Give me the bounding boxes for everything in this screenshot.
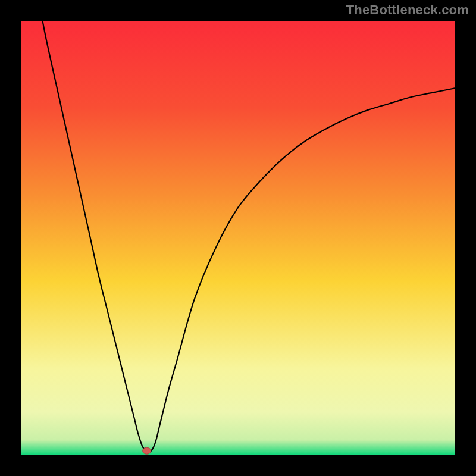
watermark-text: TheBottleneck.com (346, 2, 469, 18)
optimal-point-marker (143, 447, 151, 454)
plot-area (21, 21, 455, 455)
chart-frame: TheBottleneck.com (0, 0, 476, 476)
bottleneck-chart (21, 21, 455, 455)
gradient-background (21, 21, 455, 455)
